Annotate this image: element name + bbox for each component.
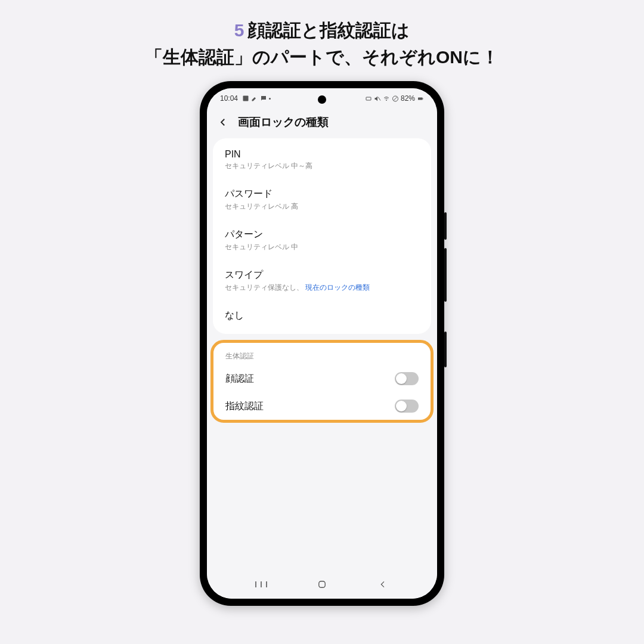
svg-rect-6 bbox=[418, 97, 423, 100]
wifi-icon bbox=[383, 95, 390, 102]
status-left: 10:04 bbox=[220, 94, 271, 103]
row-subtitle: セキュリティ保護なし、 現在のロックの種類 bbox=[225, 283, 419, 293]
more-dot-icon bbox=[269, 98, 271, 100]
recents-icon bbox=[255, 580, 268, 589]
chevron-left-icon bbox=[378, 580, 388, 589]
no-sim-icon bbox=[392, 95, 399, 102]
row-title: パターン bbox=[225, 228, 419, 241]
caption-line-1: 顔認証と指紋認証は bbox=[247, 20, 410, 40]
biometrics-section-label: 生体認証 bbox=[213, 343, 431, 365]
lock-option-swipe[interactable]: スワイプ セキュリティ保護なし、 現在のロックの種類 bbox=[213, 261, 431, 301]
lock-option-password[interactable]: パスワード セキュリティレベル 高 bbox=[213, 179, 431, 220]
battery-icon bbox=[417, 95, 424, 102]
mute-icon bbox=[374, 95, 381, 102]
page-header: 画面ロックの種類 bbox=[207, 105, 437, 138]
system-nav-bar bbox=[207, 570, 437, 599]
status-time: 10:04 bbox=[220, 94, 238, 103]
home-icon bbox=[317, 579, 327, 590]
svg-rect-0 bbox=[243, 96, 249, 101]
card-icon bbox=[365, 95, 372, 102]
phone-screen: 10:04 bbox=[207, 88, 437, 599]
nav-home-button[interactable] bbox=[310, 578, 334, 590]
lock-type-card: PIN セキュリティレベル 中～高 パスワード セキュリティレベル 高 パターン… bbox=[213, 138, 431, 334]
row-title: なし bbox=[225, 309, 419, 322]
current-lock-label: 現在のロックの種類 bbox=[305, 283, 370, 292]
camera-hole bbox=[318, 95, 326, 104]
row-title: 顔認証 bbox=[225, 373, 254, 385]
row-subtitle: セキュリティレベル 中～高 bbox=[225, 161, 419, 171]
lock-option-pin[interactable]: PIN セキュリティレベル 中～高 bbox=[213, 141, 431, 179]
row-title: PIN bbox=[225, 149, 419, 160]
caption-line-2: 「生体認証」のパートで、それぞれONに！ bbox=[0, 44, 644, 70]
phone-side-button bbox=[444, 248, 447, 302]
row-subtitle: セキュリティレベル 中 bbox=[225, 242, 419, 252]
battery-percent: 82% bbox=[401, 94, 415, 103]
svg-rect-1 bbox=[366, 97, 371, 100]
image-icon bbox=[242, 95, 249, 102]
biometric-face-row[interactable]: 顔認証 bbox=[213, 365, 431, 392]
svg-rect-11 bbox=[319, 581, 326, 588]
sub-prefix: セキュリティ保護なし、 bbox=[225, 283, 305, 292]
lock-option-pattern[interactable]: パターン セキュリティレベル 中 bbox=[213, 220, 431, 261]
step-number: 5 bbox=[234, 20, 244, 40]
back-button[interactable] bbox=[216, 116, 230, 129]
content-area: PIN セキュリティレベル 中～高 パスワード セキュリティレベル 高 パターン… bbox=[207, 138, 437, 570]
edit-icon bbox=[251, 95, 258, 102]
row-title: スワイプ bbox=[225, 269, 419, 281]
chevron-left-icon bbox=[218, 117, 228, 128]
svg-line-5 bbox=[394, 97, 397, 100]
row-title: 指紋認証 bbox=[225, 400, 264, 413]
biometric-fingerprint-row[interactable]: 指紋認証 bbox=[213, 392, 431, 420]
phone-side-button bbox=[444, 332, 447, 367]
row-subtitle: セキュリティレベル 高 bbox=[225, 202, 419, 212]
fingerprint-toggle[interactable] bbox=[395, 400, 419, 413]
lock-option-none[interactable]: なし bbox=[213, 301, 431, 332]
instruction-caption: 5顔認証と指紋認証は 「生体認証」のパートで、それぞれONに！ bbox=[0, 0, 644, 70]
svg-rect-7 bbox=[423, 98, 423, 99]
row-title: パスワード bbox=[225, 188, 419, 200]
message-icon bbox=[260, 95, 267, 102]
svg-line-2 bbox=[378, 97, 380, 100]
status-right: 82% bbox=[365, 94, 424, 103]
nav-back-button[interactable] bbox=[371, 578, 395, 590]
nav-recents-button[interactable] bbox=[249, 578, 273, 590]
phone-frame: 10:04 bbox=[200, 81, 444, 606]
face-toggle[interactable] bbox=[395, 372, 419, 385]
page-title: 画面ロックの種類 bbox=[238, 114, 329, 130]
biometrics-highlight: 生体認証 顔認証 指紋認証 bbox=[210, 340, 434, 423]
phone-side-button bbox=[444, 212, 447, 240]
svg-point-3 bbox=[386, 100, 386, 100]
